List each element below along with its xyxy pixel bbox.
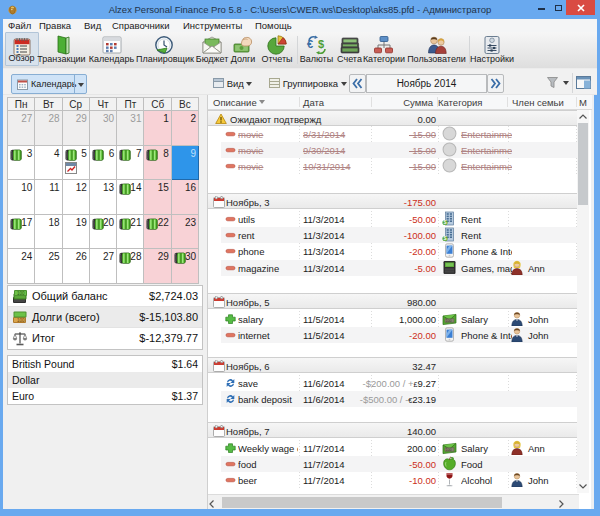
svg-text:100: 100 <box>17 291 25 296</box>
svg-text:100: 100 <box>17 318 25 323</box>
svg-text:$: $ <box>444 219 447 225</box>
svg-text:$: $ <box>444 236 447 242</box>
svg-text:100: 100 <box>446 319 452 323</box>
svg-text:$: $ <box>318 38 324 50</box>
svg-text:€: € <box>307 38 313 50</box>
svg-text:100: 100 <box>446 448 452 452</box>
